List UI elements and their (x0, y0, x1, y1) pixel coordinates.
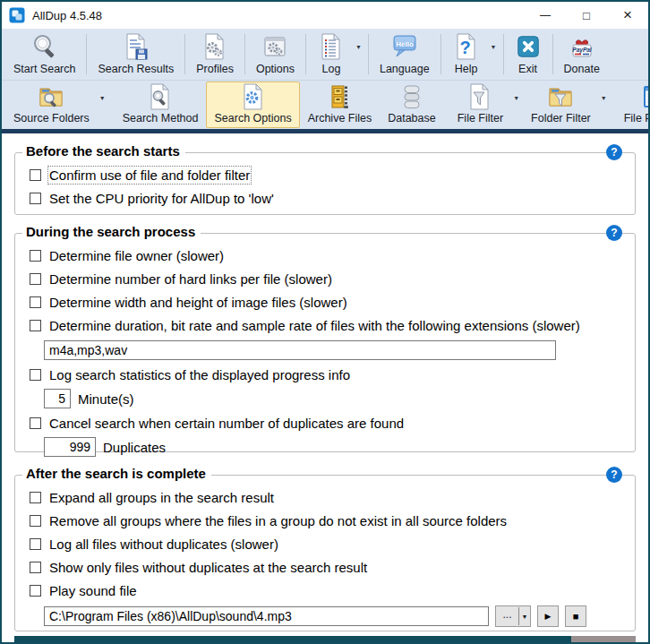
bottom-border-band (14, 636, 636, 642)
expand-groups-checkbox[interactable] (30, 492, 41, 503)
main-content: Before the search starts ? Confirm use o… (2, 133, 648, 642)
app-window: AllDup 4.5.48 — □ × Start Search (0, 0, 650, 644)
expand-groups-label: Expand all groups in the search result (49, 490, 274, 505)
folder-filter-dropdown-arrow[interactable]: ▼ (599, 82, 611, 128)
log-button[interactable]: Log (309, 30, 354, 79)
minimize-button[interactable]: — (525, 2, 566, 29)
image-size-checkbox[interactable] (30, 296, 41, 308)
hard-links-checkbox[interactable] (30, 273, 41, 285)
checkbox-row-cpu-priority: Set the CPU priority for AllDup to 'low' (30, 190, 626, 207)
help-badge-after-search[interactable]: ? (606, 467, 622, 483)
exit-label: Exit (518, 62, 537, 76)
language-label: Language (380, 62, 430, 76)
duplicates-input[interactable] (44, 437, 96, 457)
browse-sound-button[interactable]: ... ▼ (495, 605, 531, 627)
file-preview-button[interactable]: File Preview (616, 82, 650, 128)
profiles-icon (201, 32, 229, 62)
log-without-duplicates-checkbox[interactable] (30, 538, 41, 550)
search-results-icon (122, 32, 150, 62)
browse-dropdown-arrow[interactable]: ▼ (519, 614, 530, 620)
log-label: Log (322, 62, 341, 76)
search-options-label: Search Options (214, 111, 291, 125)
audio-metadata-checkbox[interactable] (30, 320, 41, 331)
checkbox-row-expand-groups: Expand all groups in the search result (30, 489, 626, 506)
source-folders-dropdown-arrow[interactable]: ▼ (98, 82, 109, 128)
file-filter-button[interactable]: File Filter (449, 82, 511, 128)
checkbox-row-file-owner: Determine file owner (slower) (30, 247, 626, 264)
search-results-button[interactable]: Search Results (90, 30, 182, 79)
database-icon (398, 82, 426, 111)
toolbar-separator (368, 34, 369, 74)
play-sound-checkbox[interactable] (30, 585, 41, 597)
profiles-label: Profiles (196, 62, 234, 76)
search-method-button[interactable]: Search Method (115, 82, 207, 128)
file-preview-icon (640, 82, 650, 111)
search-results-label: Search Results (98, 62, 174, 76)
toolbar-separator (503, 34, 504, 74)
search-options-button[interactable]: Search Options (206, 82, 299, 128)
play-sound-label: Play sound file (49, 583, 137, 598)
window-title: AllDup 4.5.48 (32, 9, 102, 22)
exit-icon (515, 32, 542, 62)
sound-path-input[interactable] (44, 606, 489, 626)
database-button[interactable]: Database (380, 82, 444, 128)
options-button[interactable]: Options (248, 30, 303, 79)
checkbox-row-log-without-duplicates: Log all files without duplicates (slower… (30, 536, 626, 553)
minutes-unit-label: Minute(s) (78, 391, 134, 407)
source-folders-button[interactable]: Source Folders (5, 82, 98, 128)
language-button[interactable]: Hello Language (372, 30, 438, 79)
browse-dots: ... (496, 609, 518, 624)
file-filter-dropdown-arrow[interactable]: ▼ (511, 82, 523, 128)
help-button[interactable]: ? Help (444, 30, 489, 79)
archive-files-button[interactable]: Archive Files (300, 82, 381, 128)
group-after-search-title: After the search is complete (22, 466, 211, 481)
svg-text:?: ? (459, 38, 470, 57)
cancel-search-checkbox[interactable] (30, 417, 41, 429)
donate-button[interactable]: PayPal Donate (556, 30, 608, 79)
show-without-duplicates-checkbox[interactable] (30, 562, 41, 573)
search-method-icon (146, 82, 175, 111)
toolbar-separator (244, 34, 245, 74)
duplicates-row: Duplicates (44, 437, 626, 457)
log-dropdown-arrow[interactable]: ▼ (354, 30, 365, 79)
source-folders-label: Source Folders (13, 111, 90, 125)
confirm-filter-checkbox[interactable] (30, 169, 41, 181)
remove-groups-label: Remove all groups where the files in a g… (49, 513, 507, 528)
database-label: Database (388, 111, 436, 125)
toolbar-separator (440, 34, 441, 74)
folder-filter-label: Folder Filter (531, 111, 591, 125)
cancel-search-label: Cancel search when certain number of dup… (49, 416, 404, 431)
group-before-search-title: Before the search starts (22, 143, 185, 159)
toolbar-separator (184, 34, 185, 74)
play-sound-button[interactable]: ▶ (537, 605, 559, 627)
log-without-duplicates-label: Log all files without duplicates (slower… (49, 537, 278, 552)
log-statistics-checkbox[interactable] (30, 369, 41, 381)
cpu-priority-checkbox[interactable] (30, 193, 41, 204)
file-owner-checkbox[interactable] (30, 250, 41, 262)
close-button[interactable]: × (607, 2, 648, 29)
remove-groups-checkbox[interactable] (30, 515, 41, 527)
source-folders-icon (37, 82, 65, 111)
help-dropdown-arrow[interactable]: ▼ (489, 30, 500, 79)
maximize-button[interactable]: □ (566, 2, 607, 29)
help-badge-before-search[interactable]: ? (606, 144, 622, 160)
options-label: Options (256, 62, 295, 76)
image-size-label: Determine width and height of image file… (49, 295, 347, 310)
extensions-input[interactable] (44, 340, 556, 360)
options-icon (261, 32, 289, 62)
exit-button[interactable]: Exit (507, 30, 550, 79)
checkbox-row-show-without-duplicates: Show only files without duplicates at th… (30, 559, 626, 576)
stop-sound-button[interactable]: ■ (565, 605, 586, 627)
folder-filter-button[interactable]: Folder Filter (523, 82, 599, 128)
app-icon (9, 7, 25, 23)
folder-filter-icon (546, 82, 575, 111)
paypal-text: PayPal (572, 47, 592, 54)
help-badge-during-search[interactable]: ? (606, 225, 622, 241)
checkbox-row-confirm-filter: Confirm use of file and folder filter (30, 167, 626, 184)
log-statistics-label: Log search statistics of the displayed p… (49, 367, 350, 382)
help-icon: ? (452, 32, 481, 62)
start-search-button[interactable]: Start Search (5, 30, 83, 79)
donate-icon: PayPal (568, 32, 596, 62)
minutes-input[interactable] (44, 389, 71, 408)
profiles-button[interactable]: Profiles (188, 30, 242, 79)
